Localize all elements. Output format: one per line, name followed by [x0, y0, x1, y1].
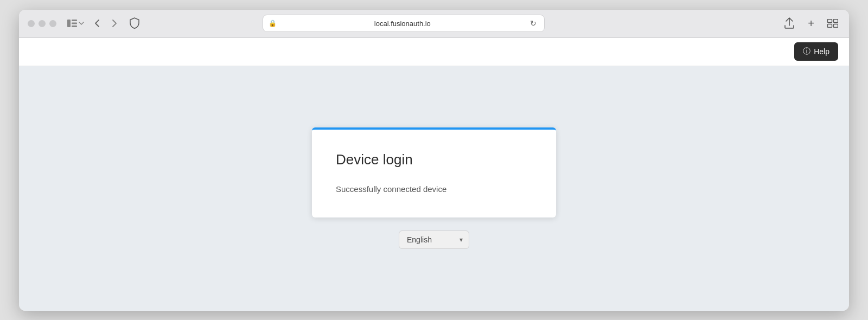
page-content: Device login Successfully connected devi… [19, 66, 849, 311]
nav-buttons [90, 16, 122, 31]
toolbar-right: + [782, 16, 840, 31]
new-tab-button[interactable]: + [803, 16, 819, 31]
browser-chrome: 🔒 local.fusionauth.io ↻ + [19, 10, 849, 38]
address-bar[interactable]: 🔒 local.fusionauth.io ↻ [263, 15, 545, 32]
lock-icon: 🔒 [269, 20, 277, 27]
help-label: Help [814, 47, 829, 56]
sidebar-toggle[interactable] [67, 20, 84, 27]
traffic-light-maximize[interactable] [49, 20, 56, 27]
back-icon [94, 19, 100, 28]
language-selector[interactable]: EnglishEspañolFrançaisDeutsch ▾ [399, 231, 469, 249]
browser-window: 🔒 local.fusionauth.io ↻ + [19, 10, 849, 311]
language-wrapper[interactable]: EnglishEspañolFrançaisDeutsch ▾ [399, 231, 469, 249]
svg-rect-0 [67, 20, 71, 27]
back-button[interactable] [90, 16, 105, 31]
svg-rect-7 [833, 24, 838, 28]
svg-rect-1 [72, 20, 77, 21]
login-card: Device login Successfully connected devi… [312, 127, 556, 217]
svg-rect-3 [72, 25, 77, 27]
svg-rect-5 [833, 20, 838, 23]
url-text: local.fusionauth.io [280, 20, 525, 28]
svg-rect-2 [72, 23, 77, 24]
traffic-lights [28, 20, 56, 27]
forward-icon [112, 19, 117, 28]
card-message: Successfully connected device [336, 183, 532, 196]
reload-button[interactable]: ↻ [528, 18, 539, 29]
forward-button[interactable] [107, 16, 122, 31]
card-title: Device login [336, 151, 532, 168]
sidebar-icon [67, 20, 77, 27]
app-header: ⓘ Help [19, 38, 849, 66]
app-container: ⓘ Help Device login Successfully connect… [19, 38, 849, 311]
help-circle-icon: ⓘ [803, 47, 810, 56]
traffic-light-close[interactable] [28, 20, 35, 27]
traffic-light-minimize[interactable] [39, 20, 46, 27]
share-button[interactable] [782, 16, 797, 31]
svg-rect-4 [827, 20, 832, 23]
card-body: Device login Successfully connected devi… [312, 130, 556, 217]
language-dropdown[interactable]: EnglishEspañolFrançaisDeutsch [399, 231, 469, 249]
help-button[interactable]: ⓘ Help [794, 42, 838, 61]
svg-rect-6 [827, 24, 832, 28]
tabs-button[interactable] [825, 16, 840, 31]
browser-shield-icon [127, 16, 142, 30]
chevron-down-icon [79, 22, 84, 25]
